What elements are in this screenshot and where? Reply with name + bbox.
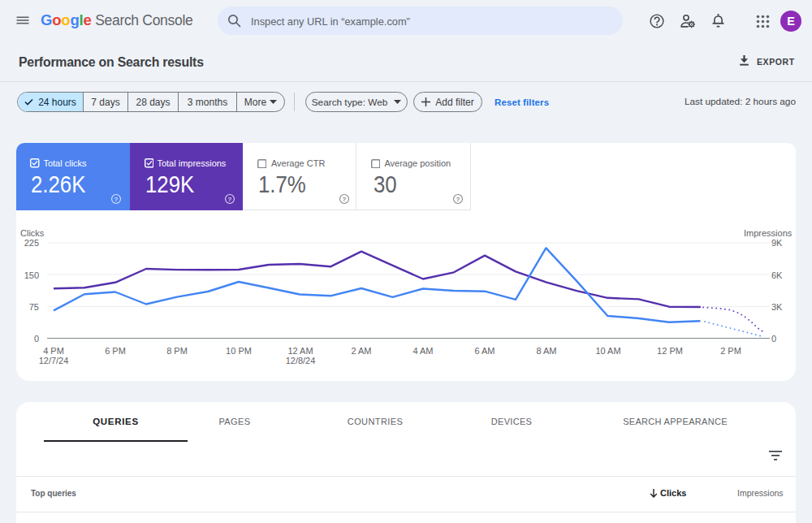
svg-text:?: ? [343, 196, 347, 203]
svg-text:?: ? [228, 196, 232, 203]
svg-text:?: ? [456, 196, 460, 203]
svg-text:?: ? [114, 196, 118, 203]
